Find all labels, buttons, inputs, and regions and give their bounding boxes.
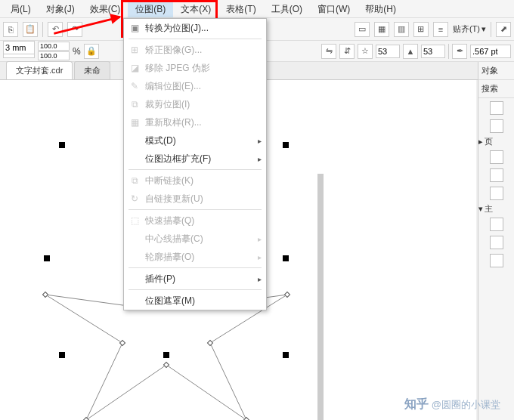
convert-icon: ▣ bbox=[128, 22, 141, 34]
zhihu-logo-icon: 知乎 bbox=[404, 397, 429, 412]
jpeg-icon: ◪ bbox=[128, 62, 141, 74]
height-input[interactable] bbox=[3, 41, 35, 54]
menu-help[interactable]: 帮助(H) bbox=[358, 0, 404, 17]
link-icon: ⧉ bbox=[128, 174, 141, 187]
menu-break-link: ⧉ 中断链接(K) bbox=[124, 171, 266, 190]
bitmap-dropdown: ▣ 转换为位图(J)... ⊞ 矫正图像(G)... ◪ 移除 JPEG 伪影 … bbox=[123, 18, 267, 310]
panel-objects-header[interactable]: 对象 bbox=[478, 62, 514, 80]
snap-dropdown[interactable]: 贴齐(T) ▾ bbox=[453, 23, 486, 35]
handle-br[interactable] bbox=[283, 352, 289, 358]
launch-icon[interactable]: ⬈ bbox=[496, 22, 511, 37]
handle-ml[interactable] bbox=[44, 255, 50, 261]
layers-icon[interactable]: ≡ bbox=[433, 22, 448, 37]
scale-y-input[interactable] bbox=[38, 51, 70, 60]
menu-tools[interactable]: 工具(O) bbox=[264, 0, 310, 17]
panel-icon[interactable] bbox=[490, 236, 503, 249]
panel-icon[interactable] bbox=[490, 218, 503, 231]
panel-icon[interactable] bbox=[490, 119, 503, 133]
menu-bitmap[interactable]: 位图(B) bbox=[128, 0, 173, 17]
rect-icon[interactable]: ▭ bbox=[355, 22, 370, 37]
submenu-arrow-icon: ▸ bbox=[258, 253, 262, 261]
trace-icon: ⬚ bbox=[128, 215, 141, 227]
edit-icon: ✎ bbox=[128, 80, 141, 92]
menu-mode[interactable]: 模式(D) ▸ bbox=[124, 131, 266, 150]
page-boundary bbox=[317, 174, 324, 420]
guides-icon[interactable]: ▥ bbox=[394, 22, 409, 37]
right-panel: 对象 搜索 ▸页 ▾主 bbox=[478, 62, 514, 420]
menu-resample: ▦ 重新取样(R)... bbox=[124, 113, 266, 131]
crop-icon: ⧉ bbox=[128, 98, 141, 110]
pen-icon[interactable]: ✒ bbox=[452, 44, 467, 59]
panel-icon[interactable] bbox=[490, 101, 503, 115]
menu-quick-trace: ⬚ 快速描摹(Q) bbox=[124, 212, 266, 230]
watermark: 知乎 @圆圈的小课堂 bbox=[404, 397, 500, 412]
handle-tr[interactable] bbox=[283, 142, 289, 148]
menu-auto-update: ↻ 自链接更新(U) bbox=[124, 190, 266, 208]
snap-label: 贴齐(T) bbox=[453, 23, 480, 35]
panel-icon[interactable] bbox=[490, 254, 503, 267]
panel-icon[interactable] bbox=[490, 150, 503, 164]
menu-plugins[interactable]: 插件(P) ▸ bbox=[124, 270, 266, 288]
menu-effect[interactable]: 效果(C) bbox=[82, 0, 128, 17]
submenu-arrow-icon: ▸ bbox=[258, 155, 262, 163]
outline-width-input[interactable] bbox=[470, 45, 511, 58]
sharpness-icon[interactable]: ▲ bbox=[403, 44, 418, 59]
chevron-down-icon: ▾ bbox=[481, 24, 486, 34]
panel-icon[interactable] bbox=[490, 187, 503, 200]
scale-x-input[interactable] bbox=[38, 42, 70, 51]
menu-remove-jpeg: ◪ 移除 JPEG 伪影 bbox=[124, 59, 266, 77]
handle-bl[interactable] bbox=[59, 352, 65, 358]
panel-main[interactable]: ▾主 bbox=[478, 203, 514, 215]
menu-text[interactable]: 文本(X) bbox=[173, 0, 218, 17]
paste-icon[interactable]: 📋 bbox=[23, 22, 38, 37]
grid-icon[interactable]: ▦ bbox=[374, 22, 389, 37]
submenu-arrow-icon: ▸ bbox=[258, 235, 262, 243]
handle-bm[interactable] bbox=[163, 352, 169, 358]
refresh-icon: ↻ bbox=[128, 193, 141, 205]
panel-search-header[interactable]: 搜索 bbox=[478, 80, 514, 98]
menu-bitmap-mask[interactable]: 位图遮罩(M) bbox=[124, 292, 266, 310]
tab-doc1[interactable]: 文字封套.cdr bbox=[6, 61, 73, 79]
menu-crop-bitmap: ⧉ 裁剪位图(I) bbox=[124, 95, 266, 113]
resample-icon: ▦ bbox=[128, 116, 141, 128]
menu-centerline-trace: 中心线描摹(C) ▸ bbox=[124, 230, 266, 248]
copy-icon[interactable]: ⎘ bbox=[3, 22, 18, 37]
menu-edit-bitmap: ✎ 编辑位图(E)... bbox=[124, 77, 266, 95]
handle-tl[interactable] bbox=[59, 142, 65, 148]
menu-correct-image: ⊞ 矫正图像(G)... bbox=[124, 41, 266, 59]
panel-page[interactable]: ▸页 bbox=[478, 136, 514, 147]
watermark-text: @圆圈的小课堂 bbox=[432, 398, 500, 412]
menu-table[interactable]: 表格(T) bbox=[218, 0, 263, 17]
star-icon[interactable]: ☆ bbox=[358, 44, 373, 59]
sharpness-input[interactable] bbox=[421, 45, 445, 58]
star-points-input[interactable] bbox=[376, 45, 400, 58]
menu-object[interactable]: 对象(J) bbox=[39, 0, 82, 17]
snap-icon[interactable]: ⊞ bbox=[413, 22, 429, 37]
menu-layout[interactable]: 局(L) bbox=[3, 0, 39, 17]
menu-convert-bitmap[interactable]: ▣ 转换为位图(J)... bbox=[124, 19, 266, 37]
grid-icon: ⊞ bbox=[128, 44, 141, 56]
tab-doc2[interactable]: 未命 bbox=[74, 61, 110, 79]
menu-window[interactable]: 窗口(W) bbox=[310, 0, 358, 17]
menubar: 局(L) 对象(J) 效果(C) 位图(B) 文本(X) 表格(T) 工具(O)… bbox=[0, 0, 514, 18]
menu-expand[interactable]: 位图边框扩充(F) ▸ bbox=[124, 150, 266, 168]
percent-label: % bbox=[73, 46, 81, 57]
lock-icon[interactable]: 🔒 bbox=[84, 44, 99, 59]
panel-icon[interactable] bbox=[490, 168, 503, 182]
flip-h-icon[interactable]: ⇋ bbox=[321, 44, 336, 59]
submenu-arrow-icon: ▸ bbox=[258, 137, 262, 145]
flip-v-icon[interactable]: ⇵ bbox=[339, 44, 355, 59]
menu-outline-trace: 轮廓描摹(O) ▸ bbox=[124, 248, 266, 266]
submenu-arrow-icon: ▸ bbox=[258, 275, 262, 283]
handle-mr[interactable] bbox=[283, 255, 289, 261]
